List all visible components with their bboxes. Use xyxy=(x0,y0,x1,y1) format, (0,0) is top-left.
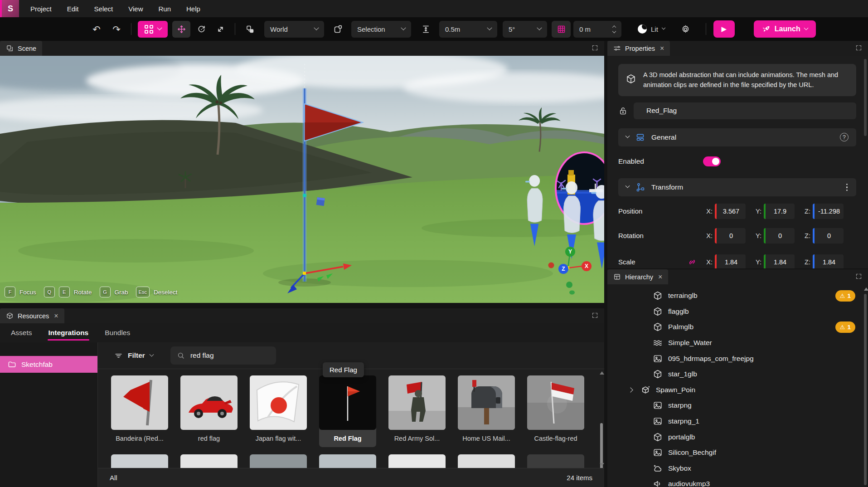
hierarchy-item-audiovukmp3[interactable]: audiovukmp3 xyxy=(607,476,868,487)
vertical-snap-button[interactable] xyxy=(417,21,435,38)
redo-icon[interactable]: ↷ xyxy=(107,21,126,38)
hierarchy-item-portalglb[interactable]: portalglb xyxy=(607,429,868,445)
app-logo[interactable]: S xyxy=(0,0,19,17)
section-general[interactable]: General ? xyxy=(618,128,856,146)
settings-button[interactable] xyxy=(677,21,695,38)
rotation-x-field[interactable]: 0 xyxy=(715,228,746,244)
asset-card-red-army[interactable]: Red Army Sol... xyxy=(388,375,446,447)
position-z-field[interactable]: -11.298 xyxy=(813,204,844,219)
play-button[interactable]: ▶ xyxy=(713,20,735,38)
close-icon[interactable]: × xyxy=(660,45,664,52)
hierarchy-expand-button[interactable] xyxy=(855,273,862,282)
hierarchy-item-hdrmap[interactable]: 095_hdrmaps_com_freejpg xyxy=(607,351,868,366)
pivot-dropdown-value: Selection xyxy=(357,25,385,33)
tab-hierarchy[interactable]: Hierarchy × xyxy=(607,269,668,284)
sidebar-item-sketchfab[interactable]: Sketchfab xyxy=(0,356,97,373)
scrollbar-thumb[interactable] xyxy=(864,59,867,136)
hierarchy-scrollbar[interactable] xyxy=(863,287,868,485)
scene-expand-button[interactable] xyxy=(592,44,598,53)
hierarchy-item-spawn-point[interactable]: Spawn_Poin xyxy=(607,382,868,398)
space-dropdown[interactable]: World xyxy=(264,21,324,38)
hierarchy-item-starpng1[interactable]: starpng_1 xyxy=(607,414,868,429)
warning-badge[interactable]: ⚠1 xyxy=(835,290,855,302)
rotate-snap-dropdown[interactable]: 5° xyxy=(503,21,547,38)
undo-icon[interactable]: ↶ xyxy=(87,21,106,38)
menu-run[interactable]: Run xyxy=(151,0,179,17)
search-input[interactable] xyxy=(190,351,263,360)
hierarchy-item-simple-water[interactable]: Simple_Water xyxy=(607,335,868,351)
hierarchy-item-silicon-bechgif[interactable]: Silicon_Bechgif xyxy=(607,445,868,461)
move-snap-dropdown[interactable]: 0.5m xyxy=(439,21,497,38)
lock-open-icon[interactable] xyxy=(618,106,628,116)
section-transform[interactable]: Transform xyxy=(618,178,856,196)
footer-filter-all[interactable]: All xyxy=(110,474,117,482)
scroll-up-icon[interactable] xyxy=(600,371,604,375)
move-tool-button[interactable] xyxy=(172,21,190,38)
reparent-icon xyxy=(245,24,255,34)
properties-scrollbar[interactable] xyxy=(863,59,868,136)
filter-icon[interactable] xyxy=(114,351,123,360)
hierarchy-item-skybox[interactable]: Skybox xyxy=(607,461,868,477)
viewport-3d[interactable]: Y Z X F Focus Q E Rotate G Grab Esc Dese… xyxy=(0,56,604,303)
menu-help[interactable]: Help xyxy=(179,0,208,17)
close-icon[interactable]: × xyxy=(658,273,662,281)
tab-resources[interactable]: Resources × xyxy=(0,308,64,323)
tab-properties[interactable]: Properties × xyxy=(607,41,670,56)
scale-tool-button[interactable] xyxy=(211,21,229,38)
lighting-dropdown[interactable]: Lit xyxy=(638,21,665,38)
enabled-toggle[interactable] xyxy=(703,156,721,166)
menu-select[interactable]: Select xyxy=(87,0,121,17)
asset-card-castle-flag[interactable]: Castle-flag-red xyxy=(527,375,584,447)
toolbar-divider xyxy=(235,23,235,35)
rotate-tool-button[interactable] xyxy=(192,21,210,38)
menu-edit[interactable]: Edit xyxy=(59,0,87,17)
tab-scene[interactable]: Scene xyxy=(0,41,42,56)
resources-expand-button[interactable] xyxy=(592,312,598,321)
asset-label: Home US Mail... xyxy=(458,430,515,447)
scroll-down-icon[interactable] xyxy=(600,463,604,466)
transform-menu-icon[interactable] xyxy=(845,183,849,192)
stepper-arrows[interactable] xyxy=(613,25,616,33)
object-name-field[interactable] xyxy=(634,102,856,119)
scroll-up-icon[interactable] xyxy=(864,287,868,291)
hierarchy-item-flagglb[interactable]: flagglb xyxy=(607,304,868,320)
scale-x-field[interactable]: 1.84 xyxy=(715,254,746,268)
position-x-field[interactable]: 3.567 xyxy=(715,204,746,219)
help-icon[interactable]: ? xyxy=(840,133,849,141)
warning-badge[interactable]: ⚠1 xyxy=(835,321,855,333)
search-box[interactable] xyxy=(170,346,276,365)
rotation-z-field[interactable]: 0 xyxy=(813,228,844,244)
menu-view[interactable]: View xyxy=(121,0,150,17)
scale-y-field[interactable]: 1.84 xyxy=(764,254,795,268)
grid-height-stepper[interactable]: 0 m xyxy=(573,21,621,38)
launch-button[interactable]: Launch xyxy=(754,20,816,38)
bounding-box-button[interactable] xyxy=(329,21,347,38)
chevron-right-icon[interactable] xyxy=(628,387,633,392)
link-icon[interactable] xyxy=(687,257,697,267)
hierarchy-item-starpng[interactable]: starpng xyxy=(607,398,868,414)
filter-label[interactable]: Filter xyxy=(128,351,145,360)
rotation-y-field[interactable]: 0 xyxy=(764,228,795,244)
asset-card-red-flag-selected[interactable]: Red Flag xyxy=(319,375,376,447)
resources-scrollbar[interactable] xyxy=(599,370,604,467)
position-y-field[interactable]: 17.9 xyxy=(764,204,795,219)
asset-card-mailbox[interactable]: Home US Mail... xyxy=(458,375,515,447)
scale-z-field[interactable]: 1.84 xyxy=(813,254,844,268)
tab-integrations[interactable]: Integrations xyxy=(48,323,89,342)
tab-bundles[interactable]: Bundles xyxy=(105,323,130,342)
tab-assets[interactable]: Assets xyxy=(11,323,32,342)
asset-card-bandeira[interactable]: Bandeira (Red... xyxy=(111,375,168,447)
reparent-button[interactable] xyxy=(241,21,259,38)
asset-card-red-flag-car[interactable]: red flag xyxy=(180,375,238,447)
pivot-dropdown[interactable]: Selection xyxy=(351,21,411,38)
hierarchy-item-terrainglb[interactable]: terrainglb ⚠1 xyxy=(607,288,868,304)
hierarchy-item-star1glb[interactable]: star_1glb xyxy=(607,366,868,382)
asset-card-japan-flag[interactable]: Japan flag wit... xyxy=(250,375,307,447)
close-icon[interactable]: × xyxy=(54,312,58,320)
menu-project[interactable]: Project xyxy=(23,0,59,17)
properties-expand-button[interactable] xyxy=(855,44,862,53)
grid-snap-toggle[interactable] xyxy=(552,21,571,38)
scrollbar-thumb[interactable] xyxy=(864,294,867,485)
placement-grid-button[interactable] xyxy=(138,21,168,38)
hierarchy-item-palmglb[interactable]: Palmglb ⚠1 xyxy=(607,319,868,335)
